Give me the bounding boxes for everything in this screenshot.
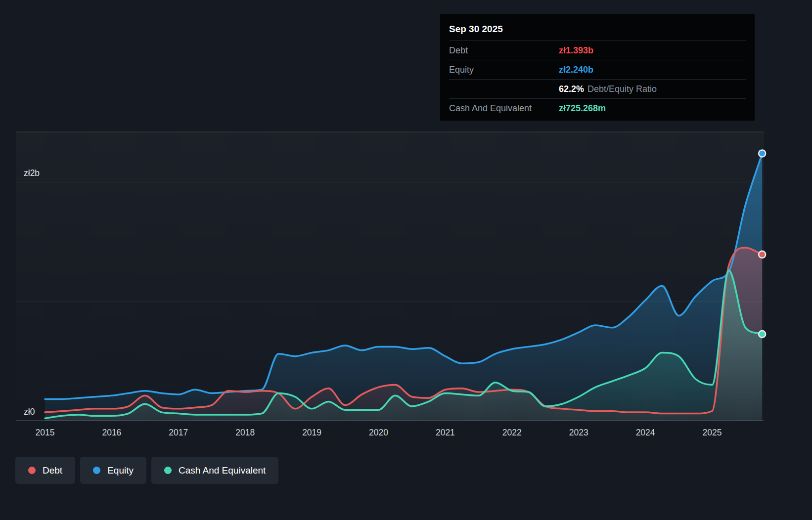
x-tick-2019: 2019 [302,428,321,437]
x-tick-2024: 2024 [636,428,655,437]
legend-equity-label: Equity [107,465,134,476]
legend-pill-debt[interactable]: Debt [15,457,75,484]
x-tick-2022: 2022 [502,428,522,437]
equity-legend-dot-icon [93,467,100,474]
x-tick-2017: 2017 [169,428,188,437]
page: { "tooltip": { "title": "Sep 30 2025", "… [0,0,812,520]
y-axis-label-2: zł2b [24,168,40,178]
tooltip-row-equity: Equity zł2.240b [449,60,746,80]
tooltip-debt-label: Debt [449,45,559,56]
tooltip-equity-label: Equity [449,65,559,75]
x-tick-2023: 2023 [569,428,588,437]
x-tick-2015: 2015 [36,428,55,437]
y-axis-label-0: zł0 [24,407,35,417]
x-tick-2020: 2020 [369,428,388,437]
cash-legend-dot-icon [164,467,172,474]
cash-and-equivalent-endpoint-dot [759,331,766,338]
legend-cash-label: Cash And Equivalent [179,465,266,476]
tooltip-row-cash: Cash And Equivalent zł725.268m [449,99,746,118]
debt-endpoint-dot [759,251,766,258]
tooltip-date: Sep 30 2025 [449,20,746,41]
chart-legend: Debt Equity Cash And Equivalent [15,457,278,484]
debt-legend-dot-icon [28,467,36,474]
tooltip-equity-value: zł2.240b [559,65,746,75]
tooltip-ratio-label: Debt/Equity Ratio [587,84,657,94]
tooltip-row-debt: Debt zł1.393b [449,41,746,60]
tooltip-debt-value: zł1.393b [559,45,746,56]
x-tick-2018: 2018 [235,428,255,437]
legend-pill-cash[interactable]: Cash And Equivalent [151,457,278,484]
legend-pill-equity[interactable]: Equity [80,457,146,484]
tooltip-cash-value: zł725.268m [559,103,746,114]
chart-tooltip: Sep 30 2025 Debt zł1.393b Equity zł2.240… [440,14,755,121]
equity-endpoint-dot [759,150,766,157]
tooltip-row-ratio: 62.2%Debt/Equity Ratio [449,80,746,99]
tooltip-ratio-value: 62.2%Debt/Equity Ratio [559,84,746,94]
x-tick-2021: 2021 [436,428,455,437]
x-tick-2016: 2016 [102,428,121,437]
tooltip-cash-label: Cash And Equivalent [449,103,559,114]
x-tick-2025: 2025 [703,428,722,437]
legend-debt-label: Debt [43,465,62,476]
tooltip-ratio-percent: 62.2% [559,84,584,94]
